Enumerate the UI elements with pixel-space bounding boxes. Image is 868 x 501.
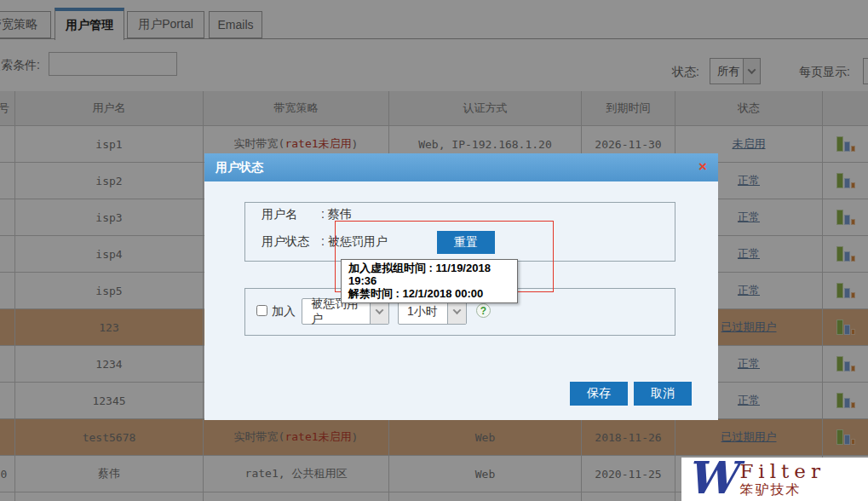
user-status-colon: : xyxy=(321,234,325,250)
dialog-title: 用户状态 xyxy=(204,160,263,176)
tooltip-unban-time: 解禁时间 : 12/1/2018 00:00 xyxy=(348,287,510,300)
close-icon[interactable]: × xyxy=(698,159,707,174)
tooltip-join-time: 加入虚拟组时间 : 11/19/2018 19:36 xyxy=(348,262,510,287)
reset-button[interactable]: 重置 xyxy=(437,231,495,254)
join-group-checkbox[interactable] xyxy=(256,305,267,316)
username-colon: : xyxy=(321,207,325,222)
page: 带宽策略 用户管理 用户Portal Emails 搜索条件: 状态: 所有 每… xyxy=(0,0,868,501)
username-label: 用户名 xyxy=(262,207,321,222)
punish-time-tooltip: 加入虚拟组时间 : 11/19/2018 19:36 解禁时间 : 12/1/2… xyxy=(341,259,518,303)
cancel-button[interactable]: 取消 xyxy=(634,382,692,406)
wfilter-logo-subtitle: 笨驴技术 xyxy=(739,481,825,498)
help-icon[interactable]: ? xyxy=(476,303,491,318)
user-status-label: 用户状态 xyxy=(262,234,321,250)
wfilter-logo-name: Filter xyxy=(739,461,825,481)
join-group-label: 加入 xyxy=(272,304,296,320)
save-button[interactable]: 保存 xyxy=(570,382,628,406)
username-value: 蔡伟 xyxy=(328,207,352,222)
user-status-dialog: 用户状态 × 用户名 : 蔡伟 用户状态 : 被惩罚用户 重置 加入虚拟组时间 … xyxy=(204,153,718,420)
dialog-titlebar: 用户状态 xyxy=(204,153,718,181)
duration-value: 1小时 xyxy=(399,304,447,320)
user-status-value: 被惩罚用户 xyxy=(328,234,388,250)
wfilter-logo-mark: W xyxy=(687,458,736,498)
wfilter-logo: W Filter 笨驴技术 xyxy=(681,458,868,501)
